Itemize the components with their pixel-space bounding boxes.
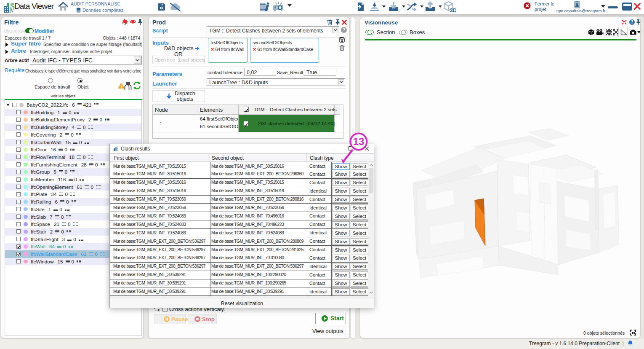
svg-text:3D: 3D [450, 7, 456, 13]
svg-text:▮▮: ▮▮ [631, 331, 635, 335]
svg-text:13: 13 [353, 136, 365, 147]
